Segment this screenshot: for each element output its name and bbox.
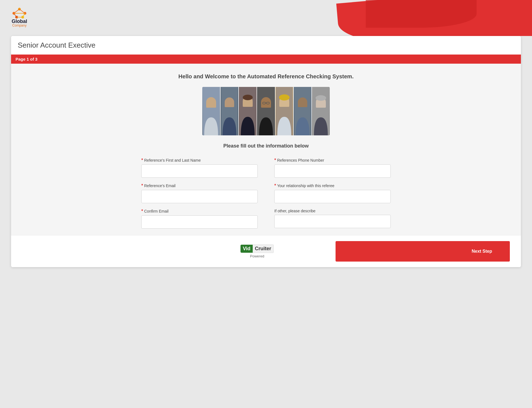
svg-rect-33 <box>298 102 307 107</box>
person-3 <box>239 87 257 135</box>
person-1 <box>202 87 221 135</box>
vid-logo-text: Vid <box>241 245 253 253</box>
form-grid: * Reference's First and Last Name * Refe… <box>141 158 391 229</box>
cruiter-logo-text: Cruiter <box>253 244 274 253</box>
svg-point-30 <box>279 94 290 100</box>
logo-subname: Company <box>12 24 26 27</box>
vidcruiter-logo: Vid Cruiter <box>241 244 274 253</box>
svg-point-37 <box>316 95 326 101</box>
label-phone-number: * References Phone Number <box>274 158 391 163</box>
header-background <box>0 0 532 36</box>
welcome-heading: Hello and Welcome to the Automated Refer… <box>22 73 510 80</box>
input-confirm-email[interactable] <box>141 215 258 229</box>
vidcruiter-brand: Vid Cruiter Powered <box>179 244 335 258</box>
main-card: Senior Account Exective Page 1 of 3 Hell… <box>11 36 521 267</box>
required-star-3: * <box>141 183 143 188</box>
person-4 <box>257 87 275 135</box>
required-star-4: * <box>274 183 276 188</box>
svg-rect-16 <box>225 102 234 107</box>
fill-out-text: Please fill out the information below <box>22 143 510 149</box>
input-email[interactable] <box>141 190 258 203</box>
svg-rect-36 <box>316 102 326 108</box>
person-2 <box>221 87 239 135</box>
field-email: * Reference's Email <box>141 183 258 203</box>
input-reference-name[interactable] <box>141 164 258 178</box>
svg-rect-29 <box>279 101 289 107</box>
page-title: Senior Account Exective <box>18 41 514 50</box>
label-confirm-email: * Confirm Email <box>141 209 258 214</box>
input-other-describe[interactable] <box>274 215 391 228</box>
next-step-area: Next Step <box>336 241 510 262</box>
powered-text: Powered <box>250 254 264 258</box>
field-phone-number: * References Phone Number <box>274 158 391 178</box>
input-phone-number[interactable] <box>274 164 391 178</box>
page-indicator: Page 1 of 3 <box>11 55 521 64</box>
field-confirm-email: * Confirm Email <box>141 209 258 229</box>
field-relationship: * Your relationship with this referee <box>274 183 391 203</box>
required-star-5: * <box>141 209 143 214</box>
svg-line-7 <box>14 13 17 17</box>
logo-area: Global Company <box>11 5 28 27</box>
card-footer: Vid Cruiter Powered Next Step <box>11 235 521 267</box>
logo-icon <box>11 5 28 19</box>
label-other-describe: If other, please describe <box>274 209 391 213</box>
logo-name: Global <box>12 19 27 24</box>
person-5 <box>275 87 294 135</box>
field-other-describe: If other, please describe <box>274 209 391 229</box>
label-email: * Reference's Email <box>141 183 258 188</box>
svg-line-6 <box>19 9 25 13</box>
field-reference-name: * Reference's First and Last Name <box>141 158 258 178</box>
svg-rect-13 <box>206 102 216 108</box>
person-7 <box>312 87 330 135</box>
red-swoosh-2-decoration <box>366 0 477 28</box>
next-step-button[interactable]: Next Step <box>463 245 501 258</box>
people-strip <box>202 87 330 135</box>
label-relationship: * Your relationship with this referee <box>274 183 391 188</box>
person-6 <box>294 87 312 135</box>
svg-rect-19 <box>243 101 253 107</box>
svg-point-20 <box>243 95 253 100</box>
required-star-2: * <box>274 158 276 163</box>
required-star-1: * <box>141 158 143 163</box>
card-title-bar: Senior Account Exective <box>11 36 521 55</box>
card-body: Hello and Welcome to the Automated Refer… <box>11 64 521 235</box>
people-image-area <box>22 87 510 135</box>
svg-line-5 <box>14 9 19 13</box>
label-reference-name: * Reference's First and Last Name <box>141 158 258 163</box>
input-relationship[interactable] <box>274 190 391 203</box>
